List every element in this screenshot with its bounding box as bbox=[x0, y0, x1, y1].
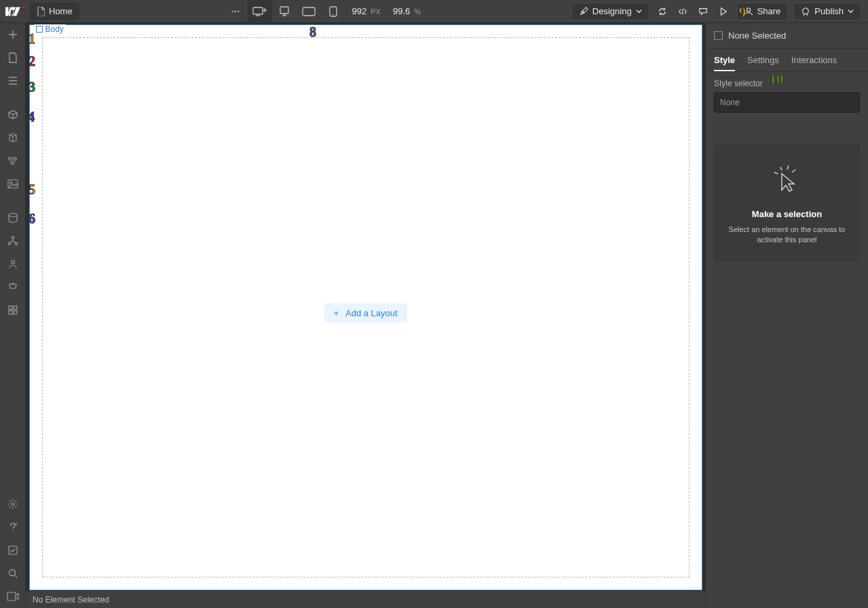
body-label: Body bbox=[45, 24, 64, 34]
canvas-area[interactable]: Body + Add a Layout bbox=[26, 23, 705, 590]
svg-rect-8 bbox=[303, 7, 315, 16]
code-button[interactable] bbox=[675, 3, 690, 20]
breakpoint-tablet[interactable] bbox=[297, 0, 321, 23]
share-button[interactable]: Share bbox=[736, 3, 789, 20]
breakpoint-mobile[interactable] bbox=[321, 0, 345, 23]
more-menu[interactable] bbox=[223, 0, 248, 23]
svg-rect-3 bbox=[253, 7, 263, 14]
pages-panel[interactable] bbox=[0, 46, 26, 69]
selection-label: None Selected bbox=[728, 31, 786, 41]
zoom-value[interactable]: 99.6 bbox=[393, 6, 410, 16]
svg-rect-23 bbox=[14, 306, 17, 309]
selection-header: None Selected bbox=[706, 23, 868, 49]
svg-rect-31 bbox=[7, 592, 16, 601]
mode-label: Designing bbox=[592, 6, 632, 16]
selection-icon bbox=[714, 31, 723, 40]
ecommerce-panel[interactable] bbox=[0, 276, 26, 299]
code-icon bbox=[678, 7, 687, 16]
left-sidebar bbox=[0, 23, 26, 608]
breakpoint-desktop[interactable] bbox=[272, 0, 297, 23]
components-panel[interactable] bbox=[0, 103, 26, 126]
comments-button[interactable] bbox=[696, 3, 711, 20]
style-selector-placeholder: None bbox=[720, 98, 740, 107]
svg-line-33 bbox=[787, 166, 789, 170]
video-panel[interactable] bbox=[0, 585, 26, 608]
viewport-width[interactable]: 992 bbox=[352, 6, 367, 16]
add-layout-button[interactable]: + Add a Layout bbox=[324, 303, 407, 322]
logic-panel[interactable] bbox=[0, 229, 26, 252]
right-panel: None Selected Style Settings Interaction… bbox=[705, 23, 868, 608]
svg-point-0 bbox=[231, 10, 233, 12]
empty-title: Make a selection bbox=[723, 209, 850, 219]
style-selector-section: Style selector None bbox=[706, 72, 868, 119]
svg-point-21 bbox=[11, 261, 14, 264]
topbar-right-group: Designing Share Publish bbox=[571, 3, 868, 20]
assets-panel[interactable] bbox=[0, 172, 26, 195]
tab-style[interactable]: Style bbox=[714, 55, 735, 65]
sync-button[interactable] bbox=[655, 3, 670, 20]
top-toolbar: Home 992 PX 99.6 % Designing bbox=[0, 0, 868, 23]
users-panel[interactable] bbox=[0, 252, 26, 276]
viewport-unit: PX bbox=[371, 7, 381, 16]
style-selector-label: Style selector bbox=[714, 79, 860, 88]
svg-point-26 bbox=[12, 503, 14, 506]
svg-line-30 bbox=[14, 575, 17, 578]
tab-interactions[interactable]: Interactions bbox=[791, 55, 837, 65]
add-element[interactable] bbox=[0, 23, 26, 46]
svg-point-16 bbox=[10, 182, 12, 184]
svg-point-20 bbox=[15, 242, 17, 244]
webflow-logo[interactable] bbox=[0, 0, 26, 23]
zoom-unit: % bbox=[414, 7, 421, 16]
svg-line-34 bbox=[792, 170, 795, 172]
search-panel[interactable] bbox=[0, 562, 26, 585]
settings-panel[interactable] bbox=[0, 493, 26, 516]
apps-panel[interactable] bbox=[0, 299, 26, 322]
viewport-info: 992 PX 99.6 % bbox=[345, 6, 428, 16]
play-icon bbox=[719, 7, 728, 16]
user-icon bbox=[744, 7, 753, 16]
page-icon bbox=[37, 7, 45, 16]
svg-point-14 bbox=[11, 162, 14, 164]
cms-panel[interactable] bbox=[0, 206, 26, 229]
svg-point-12 bbox=[8, 157, 11, 160]
status-message: No Element Selected bbox=[33, 595, 109, 605]
help-panel[interactable] bbox=[0, 516, 26, 539]
breakpoint-add[interactable] bbox=[248, 0, 272, 23]
svg-line-32 bbox=[780, 167, 782, 170]
publish-label: Publish bbox=[814, 6, 844, 16]
svg-rect-25 bbox=[14, 311, 17, 314]
body-icon bbox=[36, 26, 43, 33]
style-selector-input[interactable]: None bbox=[714, 92, 860, 113]
breakpoint-group bbox=[248, 0, 345, 23]
variables-panel[interactable] bbox=[0, 126, 26, 149]
page-selector[interactable]: Home bbox=[30, 3, 79, 20]
empty-state: Make a selection Select an element on th… bbox=[714, 144, 860, 262]
svg-point-27 bbox=[12, 530, 14, 531]
canvas-body[interactable]: Body + Add a Layout bbox=[29, 24, 702, 590]
share-label: Share bbox=[757, 6, 781, 16]
comment-icon bbox=[698, 7, 708, 16]
empty-desc: Select an element on the canvas to activ… bbox=[723, 225, 850, 246]
svg-point-17 bbox=[9, 214, 17, 217]
publish-button[interactable]: Publish bbox=[793, 3, 861, 20]
svg-rect-28 bbox=[9, 546, 17, 554]
svg-point-2 bbox=[238, 10, 239, 12]
preview-button[interactable] bbox=[716, 3, 731, 20]
svg-point-18 bbox=[12, 236, 14, 238]
style-manager[interactable] bbox=[0, 149, 26, 172]
mode-toggle[interactable]: Designing bbox=[571, 3, 649, 20]
svg-point-1 bbox=[234, 10, 235, 12]
chevron-down-icon bbox=[636, 8, 642, 14]
add-layout-label: Add a Layout bbox=[345, 308, 398, 318]
svg-point-19 bbox=[8, 242, 10, 244]
status-bar: No Element Selected bbox=[26, 590, 705, 608]
sync-icon bbox=[658, 7, 667, 16]
svg-point-13 bbox=[13, 157, 16, 160]
tab-settings[interactable]: Settings bbox=[747, 55, 779, 65]
panel-tabs: Style Settings Interactions bbox=[706, 49, 868, 72]
navigator-panel[interactable] bbox=[0, 69, 26, 92]
body-element-tag[interactable]: Body bbox=[34, 24, 66, 34]
page-name: Home bbox=[49, 6, 73, 16]
svg-line-35 bbox=[774, 172, 778, 174]
audit-panel[interactable] bbox=[0, 539, 26, 562]
